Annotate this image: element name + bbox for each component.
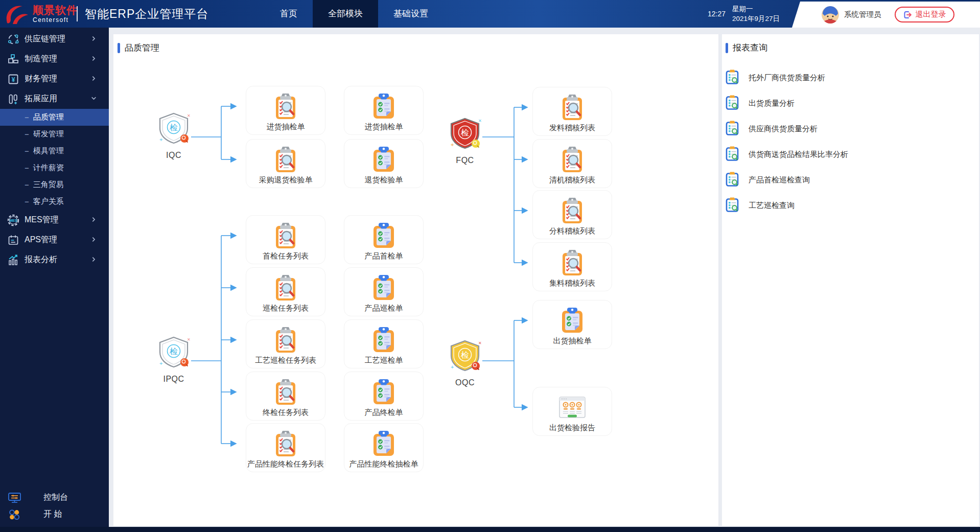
logout-button[interactable]: 退出登录: [895, 7, 954, 22]
sidebar-item-label: MES管理: [25, 215, 59, 225]
oqc-shield-icon: 检 + ✕: [447, 365, 483, 374]
sidebar-item-label: 供应链管理: [25, 34, 65, 44]
nav-tab-2[interactable]: 全部模块: [313, 0, 378, 28]
footer-label: 开 始: [43, 509, 62, 520]
sidebar-subitem[interactable]: −模具管理: [0, 143, 109, 159]
sidebar-subitem[interactable]: −三角贸易: [0, 176, 109, 193]
module-node[interactable]: 工艺巡检单: [344, 319, 424, 368]
sidebar-subitem[interactable]: −研发管理: [0, 126, 109, 143]
module-node[interactable]: 集料稽核列表: [532, 242, 612, 291]
module-node[interactable]: 产品性能终检任务列表: [246, 423, 325, 472]
module-node-label: 集料稽核列表: [549, 279, 595, 288]
module-node[interactable]: 产品首检单: [344, 215, 424, 264]
module-node[interactable]: 出货抽检单: [532, 300, 612, 349]
report-clipboard-icon: [726, 69, 739, 86]
report-item[interactable]: 供货商送货品检结果比率分析: [726, 142, 848, 167]
nav-tab-1[interactable]: 首页: [265, 0, 313, 28]
logout-icon: [903, 10, 912, 19]
sidebar-subitem[interactable]: −品质管理: [0, 109, 109, 126]
form-clipboard-icon: [369, 273, 398, 303]
shield-ipqc: 检 + ✕ IPQC: [149, 336, 198, 384]
form-clipboard-icon: [558, 306, 587, 335]
sidebar-footer-console[interactable]: 控制台: [0, 489, 109, 506]
page-title-row: 品质管理: [118, 42, 159, 54]
module-node-label: 终检任务列表: [263, 408, 309, 418]
module-node-label: 进货抽检单: [267, 122, 305, 132]
sidebar-item-label: 拓展应用: [25, 94, 57, 104]
module-node[interactable]: 清机稽核列表: [532, 139, 612, 188]
sidebar-item-mes[interactable]: MES MES管理: [0, 210, 109, 230]
supply-chain-icon: [7, 33, 20, 45]
module-node[interactable]: 工艺巡检任务列表: [246, 319, 325, 368]
shield-label: IQC: [149, 151, 198, 160]
extend-icon: [7, 93, 20, 105]
inspect-clipboard-icon: [271, 377, 300, 407]
sidebar-item-extend[interactable]: 拓展应用: [0, 89, 109, 109]
sidebar-subitem[interactable]: −计件薪资: [0, 159, 109, 176]
topbar-user-area: 系统管理员 退出登录: [792, 2, 980, 28]
sidebar-item-supply-chain[interactable]: 供应链管理: [0, 29, 109, 49]
sidebar-item-finance[interactable]: ¥ 财务管理: [0, 69, 109, 89]
subitem-dash: −: [25, 130, 29, 138]
date-label: 2021年9月27日: [732, 14, 780, 24]
module-node-label: 分料稽核列表: [549, 226, 595, 236]
module-node-label: 首检任务列表: [263, 251, 309, 261]
top-nav: 首页全部模块基础设置: [265, 0, 444, 28]
chevron-right-icon: [91, 257, 97, 264]
report-item-label: 产品首检巡检查询: [749, 175, 810, 185]
report-item[interactable]: 产品首检巡检查询: [726, 167, 810, 193]
module-node-label: 退货检验单: [365, 175, 403, 185]
module-node[interactable]: 产品巡检单: [344, 267, 424, 316]
sidebar-item-aps[interactable]: APS管理: [0, 230, 109, 250]
report-item-label: 供应商供货质量分析: [749, 124, 818, 134]
sidebar-item-report-analysis[interactable]: 报表分析: [0, 250, 109, 270]
module-node[interactable]: 产品性能终检抽检单: [344, 423, 424, 472]
reports-title: 报表查询: [733, 42, 767, 54]
sidebar-subitem[interactable]: −客户关系: [0, 193, 109, 210]
sidebar-footer-start[interactable]: 开 始: [0, 506, 109, 523]
module-node[interactable]: 发料稽核列表: [532, 87, 612, 136]
avatar: [822, 6, 839, 24]
sidebar: 供应链管理 制造管理 ¥ 财务管理 拓展应用 −品质管理−研发管理−模具管理−计…: [0, 28, 109, 527]
report-clipboard-icon: [726, 171, 739, 189]
sidebar-item-label: 制造管理: [25, 54, 57, 64]
sidebar-item-label: APS管理: [25, 235, 57, 245]
module-node[interactable]: 进货抽检单: [246, 86, 325, 135]
report-clipboard-icon: [726, 120, 739, 137]
nav-tab-3[interactable]: 基础设置: [378, 0, 444, 28]
logo-divider: [77, 6, 78, 21]
svg-text:✕: ✕: [187, 337, 191, 342]
report-item[interactable]: 供应商供货质量分析: [726, 116, 818, 142]
module-node-label: 发料稽核列表: [549, 123, 595, 133]
module-node[interactable]: 终检任务列表: [246, 372, 325, 421]
subitem-dash: −: [25, 197, 29, 206]
report-item[interactable]: 工艺巡检查询: [726, 193, 795, 218]
form-clipboard-icon: [369, 377, 398, 407]
report-item-label: 托外厂商供货质量分析: [749, 73, 825, 83]
chevron-right-icon: [91, 56, 97, 63]
sidebar-footer: 控制台开 始: [0, 489, 109, 523]
svg-text:+: +: [451, 364, 454, 370]
module-node[interactable]: 分料稽核列表: [532, 190, 612, 239]
module-node[interactable]: 产品终检单: [344, 372, 424, 421]
module-node-label: 采购退货检验单: [259, 175, 313, 185]
form-clipboard-icon: [369, 91, 398, 121]
sidebar-item-manufacturing[interactable]: 制造管理: [0, 49, 109, 69]
module-node-label: 进货抽检单: [365, 122, 403, 132]
module-node[interactable]: 退货检验单: [344, 139, 424, 188]
svg-text:MES: MES: [9, 219, 17, 222]
module-node[interactable]: 出货检验报告: [532, 387, 612, 436]
report-item[interactable]: 托外厂商供货质量分析: [726, 65, 825, 90]
subitem-dash: −: [25, 113, 29, 122]
module-node[interactable]: 巡检任务列表: [246, 267, 325, 316]
module-node[interactable]: 采购退货检验单: [246, 139, 325, 188]
module-node-label: 出货抽检单: [553, 336, 592, 346]
page-title: 品质管理: [125, 42, 159, 54]
module-node[interactable]: 进货抽检单: [344, 86, 424, 135]
logo-icon: [5, 3, 29, 25]
module-node-label: 产品性能终检抽检单: [349, 459, 418, 469]
sidebar-item-label: 报表分析: [25, 255, 57, 265]
module-node[interactable]: 首检任务列表: [246, 215, 325, 264]
manufacturing-icon: [7, 53, 20, 65]
report-item[interactable]: 出货质量分析: [726, 90, 795, 116]
